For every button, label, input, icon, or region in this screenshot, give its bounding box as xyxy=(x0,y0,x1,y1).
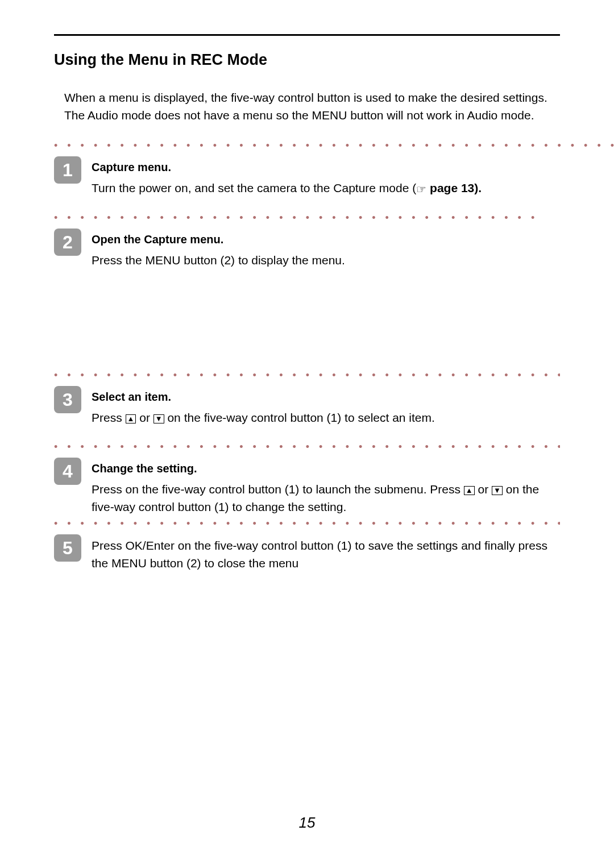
dotted-divider: • • • • • • • • • • • • • • • • • • • • … xyxy=(54,215,614,225)
step-1: 1 Capture menu. Turn the power on, and s… xyxy=(54,156,614,198)
step-heading: Change the setting. xyxy=(92,460,560,477)
dotted-divider: • • • • • • • • • • • • • • • • • • • • … xyxy=(54,444,560,454)
down-triangle-icon: ▼ xyxy=(492,486,503,495)
step-body: Open the Capture menu. Press the MENU bu… xyxy=(92,229,614,269)
dotted-divider: • • • • • • • • • • • • • • • • • • • • … xyxy=(54,143,614,153)
section-title: Using the Menu in REC Mode xyxy=(54,48,560,72)
down-triangle-icon: ▼ xyxy=(154,414,164,423)
steps-1-2-row: • • • • • • • • • • • • • • • • • • • • … xyxy=(54,143,560,363)
dotted-divider: • • • • • • • • • • • • • • • • • • • • … xyxy=(54,521,560,531)
step-heading: Open the Capture menu. xyxy=(92,231,614,248)
dotted-divider: • • • • • • • • • • • • • • • • • • • • … xyxy=(54,372,560,383)
intro-paragraph: When a menu is displayed, the five-way c… xyxy=(64,89,560,124)
up-triangle-icon: ▲ xyxy=(126,414,136,423)
step-body: Capture menu. Turn the power on, and set… xyxy=(92,156,614,198)
step-body: Select an item. Press ▲ or ▼ on the five… xyxy=(92,386,560,427)
page-reference: page 13). xyxy=(426,181,482,194)
pointing-hand-icon: ☞ xyxy=(416,183,426,196)
top-rule xyxy=(54,34,560,36)
step-number-badge: 2 xyxy=(54,229,81,256)
step-5: 5 Press OK/Enter on the five-way control… xyxy=(54,534,560,572)
step-4: 4 Change the setting. Press on the five-… xyxy=(54,458,560,516)
step-2: 2 Open the Capture menu. Press the MENU … xyxy=(54,229,614,269)
step-body: Change the setting. Press on the five-wa… xyxy=(92,458,560,516)
step-number-badge: 5 xyxy=(54,534,81,562)
step-number-badge: 4 xyxy=(54,458,81,485)
up-triangle-icon: ▲ xyxy=(464,486,475,495)
step-heading: Select an item. xyxy=(92,388,560,405)
step-number-badge: 1 xyxy=(54,156,81,184)
step-text: Press OK/Enter on the five-way control b… xyxy=(92,539,547,570)
step-heading: Capture menu. xyxy=(92,159,614,176)
step-body: Press OK/Enter on the five-way control b… xyxy=(92,534,560,572)
step-text: Turn the power on, and set the camera to… xyxy=(92,181,416,194)
step-number-badge: 3 xyxy=(54,386,81,413)
steps-left-column: • • • • • • • • • • • • • • • • • • • • … xyxy=(54,143,614,363)
step-text: Press the MENU button (2) to display the… xyxy=(92,254,345,267)
step-3: 3 Select an item. Press ▲ or ▼ on the fi… xyxy=(54,386,560,427)
page-number: 15 xyxy=(0,812,614,834)
step-text: Press ▲ or ▼ on the five-way control but… xyxy=(92,411,435,424)
page-content: Using the Menu in REC Mode When a menu i… xyxy=(0,0,614,572)
step-text: Press on the five-way control button (1)… xyxy=(92,483,539,514)
